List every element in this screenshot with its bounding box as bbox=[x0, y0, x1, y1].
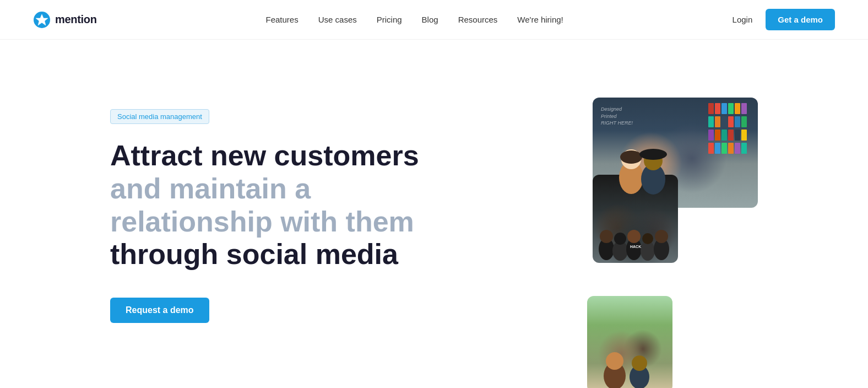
svg-point-20 bbox=[606, 352, 623, 370]
get-demo-button[interactable]: Get a demo bbox=[766, 9, 835, 30]
crowd-svg: HACK bbox=[593, 208, 678, 263]
hero-badge: Social media management bbox=[110, 109, 209, 124]
svg-point-11 bbox=[614, 233, 626, 245]
svg-point-7 bbox=[639, 149, 667, 160]
svg-point-4 bbox=[620, 150, 642, 164]
navbar-actions: Login Get a demo bbox=[733, 9, 835, 30]
nav-blog[interactable]: Blog bbox=[422, 15, 438, 24]
hero-title-line1: Attract new customers bbox=[110, 139, 419, 173]
svg-point-17 bbox=[655, 230, 668, 243]
store-people-svg bbox=[604, 131, 681, 208]
hero-content: Social media management Attract new cust… bbox=[110, 109, 419, 323]
svg-point-22 bbox=[632, 355, 647, 371]
navbar: mention Features Use cases Pricing Blog … bbox=[0, 0, 868, 40]
nav-hiring[interactable]: We're hiring! bbox=[517, 15, 563, 24]
hero-title-line3: relationship with them bbox=[110, 206, 419, 239]
svg-text:HACK: HACK bbox=[630, 245, 641, 249]
nav-pricing[interactable]: Pricing bbox=[377, 15, 402, 24]
login-link[interactable]: Login bbox=[733, 15, 753, 24]
nav-features[interactable]: Features bbox=[266, 15, 299, 24]
nav-resources[interactable]: Resources bbox=[458, 15, 498, 24]
hero-title-line2: and maintain a bbox=[110, 173, 419, 206]
hero-title: Attract new customers and maintain a rel… bbox=[110, 139, 419, 271]
hero-section: Social media management Attract new cust… bbox=[0, 40, 868, 381]
navbar-nav: Features Use cases Pricing Blog Resource… bbox=[266, 15, 563, 24]
nav-use-cases[interactable]: Use cases bbox=[318, 15, 357, 24]
logo-text: mention bbox=[55, 13, 97, 26]
outdoor-svg bbox=[587, 326, 672, 388]
svg-point-13 bbox=[627, 230, 641, 243]
svg-point-9 bbox=[600, 230, 613, 243]
hero-image-bottom-right bbox=[587, 296, 672, 388]
request-demo-button[interactable]: Request a demo bbox=[110, 298, 209, 323]
hero-title-line4: through social media bbox=[110, 238, 419, 271]
hero-image-main: DesignedPrintedRIGHT HERE! bbox=[593, 98, 758, 208]
svg-point-15 bbox=[642, 233, 653, 244]
logo-icon bbox=[33, 11, 51, 29]
logo[interactable]: mention bbox=[33, 11, 97, 29]
hero-images: DesignedPrintedRIGHT HERE! bbox=[593, 98, 813, 335]
